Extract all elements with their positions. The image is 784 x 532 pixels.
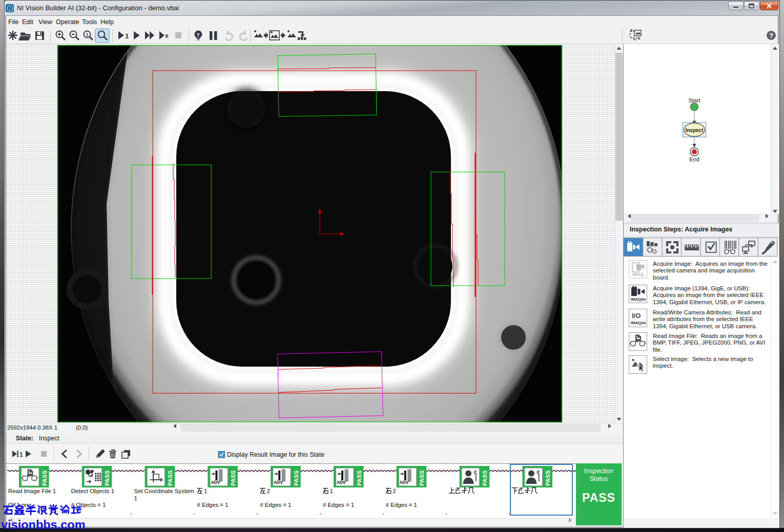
svg-text:2592x1944 0.38X 1: 2592x1944 0.38X 1 <box>7 424 57 431</box>
svg-text:visionbbs.com: visionbbs.com <box>1 518 86 531</box>
svg-text:(0,0): (0,0) <box>76 424 88 431</box>
